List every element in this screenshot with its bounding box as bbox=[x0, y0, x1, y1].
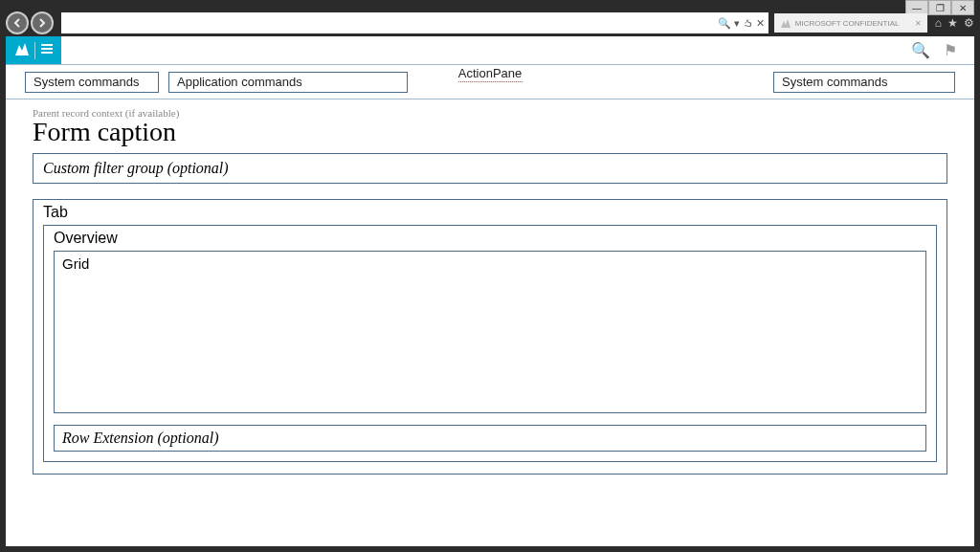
favorites-icon[interactable]: ★ bbox=[947, 16, 958, 30]
tab-label[interactable]: Tab bbox=[43, 204, 937, 221]
menu-icon[interactable] bbox=[40, 42, 54, 59]
flag-icon[interactable]: ⚑ bbox=[944, 41, 957, 59]
app-frame: 🔍 ⚑ ActionPane System commands Applicati… bbox=[6, 36, 974, 546]
form-caption: Form caption bbox=[33, 117, 947, 147]
forward-button[interactable] bbox=[31, 11, 54, 34]
application-commands[interactable]: Application commands bbox=[168, 72, 408, 93]
browser-tab[interactable]: MICROSOFT CONFIDENTIAL ✕ bbox=[774, 13, 927, 33]
settings-gear-icon[interactable]: ⚙ bbox=[964, 16, 974, 30]
tab-container: Tab Overview Grid Row Extension (optiona… bbox=[33, 199, 947, 475]
search-icon[interactable]: 🔍 bbox=[911, 41, 930, 59]
custom-filter-group[interactable]: Custom filter group (optional) bbox=[33, 153, 947, 184]
address-tools[interactable]: 🔍 ▾ 🖒 ✕ bbox=[718, 17, 765, 30]
grid[interactable]: Grid bbox=[54, 251, 926, 413]
tab-strip: MICROSOFT CONFIDENTIAL ✕ bbox=[774, 13, 927, 33]
tab-title: MICROSOFT CONFIDENTIAL bbox=[795, 19, 900, 28]
dynamics-logo-icon bbox=[780, 17, 791, 29]
system-commands-left[interactable]: System commands bbox=[25, 72, 159, 93]
app-header-right: 🔍 ⚑ bbox=[911, 36, 974, 64]
app-logo-block[interactable] bbox=[6, 36, 61, 64]
action-pane-label: ActionPane bbox=[458, 66, 523, 82]
home-icon[interactable]: ⌂ bbox=[935, 16, 942, 30]
overview-label[interactable]: Overview bbox=[54, 230, 926, 247]
back-button[interactable] bbox=[6, 11, 29, 34]
system-commands-right[interactable]: System commands bbox=[773, 72, 955, 93]
dynamics-logo-icon bbox=[14, 41, 30, 60]
app-header: 🔍 ⚑ bbox=[6, 36, 974, 65]
browser-nav-row: 🔍 ▾ 🖒 ✕ MICROSOFT CONFIDENTIAL ✕ ⌂ ★ ⚙ bbox=[6, 10, 974, 36]
overview-tabpage: Overview Grid Row Extension (optional) bbox=[43, 225, 937, 462]
address-bar[interactable]: 🔍 ▾ 🖒 ✕ bbox=[61, 12, 768, 33]
logo-divider bbox=[34, 42, 35, 59]
close-tab-icon[interactable]: ✕ bbox=[915, 19, 922, 28]
row-extension[interactable]: Row Extension (optional) bbox=[54, 425, 926, 452]
action-pane: ActionPane System commands Application c… bbox=[6, 65, 974, 99]
browser-chrome-icons: ⌂ ★ ⚙ bbox=[935, 16, 974, 30]
page-body: Parent record context (if available) For… bbox=[6, 99, 974, 484]
